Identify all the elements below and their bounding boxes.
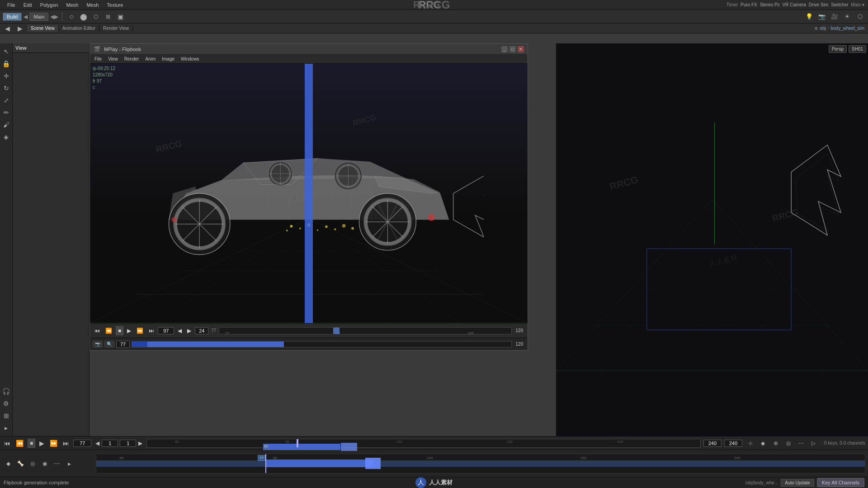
fb-goto-start-btn[interactable]: ⏮ — [93, 327, 102, 335]
bt-circle-icon[interactable]: ◎ — [27, 458, 38, 469]
settings-icon[interactable]: ⚙ — [1, 398, 12, 409]
lock-icon[interactable]: 🔒 — [1, 58, 12, 69]
bt-bone-icon[interactable]: 🦴 — [15, 458, 26, 469]
fb-playhead[interactable] — [333, 328, 340, 334]
fb-goto-end-btn[interactable]: ⏭ — [147, 327, 156, 335]
tl-next-key-btn[interactable]: ⏩ — [48, 439, 59, 448]
anim-editor-tab[interactable]: Animation Editor — [59, 25, 99, 32]
more-icon[interactable]: ▸ — [1, 422, 12, 433]
tl-step-input[interactable]: 1 — [120, 440, 136, 447]
torus-tool[interactable]: ⬡ — [90, 11, 101, 22]
scene-view-tab[interactable]: Scene View — [27, 25, 59, 32]
tl-stop-btn[interactable]: ■ — [28, 439, 35, 448]
tube-tool[interactable]: ⬤ — [78, 11, 89, 22]
tl-end-frame-input[interactable]: 240 — [703, 440, 722, 447]
fb-zoom-btn[interactable]: 🔍 — [104, 341, 114, 347]
grid-tool[interactable]: ⊞ — [103, 11, 113, 22]
tl-settings-icon2[interactable]: ▷ — [808, 438, 819, 449]
sphere-tool[interactable]: ○ — [66, 11, 77, 22]
breadcrumb-obj[interactable]: obj — [820, 26, 826, 31]
headphones-icon[interactable]: 🎧 — [1, 386, 12, 397]
fb-menu-render[interactable]: Render — [122, 56, 142, 62]
select-icon[interactable]: ↖ — [1, 46, 12, 57]
vr-camera-label[interactable]: VR Camera — [783, 2, 806, 7]
main-timeline-bar[interactable]: 48 96 144 192 240 77 — [146, 439, 701, 448]
tl-current-frame-box[interactable]: 77 — [258, 455, 265, 461]
close-btn[interactable]: ✕ — [518, 46, 524, 52]
bt-scope-icon[interactable]: ◉ — [39, 458, 50, 469]
menu-mesh[interactable]: Mesh — [62, 1, 82, 9]
tl-scope-icon[interactable]: ◎ — [783, 438, 794, 449]
menu-edit[interactable]: Edit — [20, 1, 36, 9]
tl-handle-icon[interactable]: ⊕ — [770, 438, 781, 449]
shading-dropdown[interactable]: SH01 — [849, 45, 866, 53]
fb-prev-frame-btn[interactable]: ◀ — [176, 327, 184, 335]
icon-stereo[interactable]: 📷 — [816, 11, 827, 22]
tl-frame-block[interactable]: 77 — [263, 444, 269, 450]
main-tab[interactable]: Main — [29, 13, 48, 21]
maximize-btn[interactable]: □ — [509, 46, 516, 52]
key-all-channels-btn[interactable]: Key All Channels — [817, 478, 864, 487]
tl-goto-end-btn[interactable]: ⏭ — [61, 439, 71, 448]
tl-total-frames-input[interactable]: 240 — [724, 440, 742, 447]
fb-menu-image[interactable]: Image — [159, 56, 177, 62]
nav-back-icon[interactable]: ◀ — [2, 23, 13, 34]
breadcrumb-node[interactable]: body_wheel_sim — [831, 26, 865, 31]
tl-fps-input[interactable]: 1 — [102, 440, 118, 447]
render-tool[interactable]: ▣ — [115, 11, 126, 22]
fb-menu-windows[interactable]: Windows — [178, 56, 202, 62]
render-view-tab[interactable]: Render View — [99, 25, 133, 32]
drive-sim-label[interactable]: Drive Sim — [809, 2, 828, 7]
fb-menu-anim[interactable]: Anim — [142, 56, 158, 62]
tl-range-block[interactable] — [269, 444, 340, 450]
tl-extra-icon[interactable]: ⋯ — [796, 438, 807, 449]
tl-key-icon[interactable]: ◆ — [758, 438, 769, 449]
tl-step-forward-btn[interactable]: ▶ — [137, 439, 144, 447]
fb-stop-btn[interactable]: ■ — [116, 326, 123, 335]
fb-range-start[interactable]: 77 — [116, 341, 130, 348]
tl-range-start-btn[interactable]: ◀ — [94, 439, 101, 447]
menu-file[interactable]: File — [4, 1, 19, 9]
timeline-track[interactable]: 48 96 144 192 240 77 — [96, 454, 865, 474]
bt-extra-icon[interactable]: ⋯ — [52, 458, 62, 469]
build-tab[interactable]: Build — [3, 13, 22, 21]
icon-ambient[interactable]: ☀ — [842, 11, 853, 22]
fb-menu-file[interactable]: File — [92, 56, 104, 62]
tl-main-playhead[interactable] — [265, 454, 266, 473]
fb-step-fwd-btn[interactable]: ⏩ — [135, 327, 145, 335]
stereo-pz-label[interactable]: Stereo Pz — [760, 2, 780, 7]
node-tree-area[interactable] — [13, 53, 89, 436]
rotate-icon[interactable]: ↻ — [1, 83, 12, 94]
nav-fwd-icon[interactable]: ▶ — [14, 23, 25, 34]
switcher-label[interactable]: Switcher — [831, 2, 848, 7]
main-dropdown[interactable]: Main ▾ — [851, 2, 864, 7]
bt-settings-icon[interactable]: ▸ — [64, 458, 75, 469]
grid-view-icon[interactable]: ⊞ — [1, 410, 12, 421]
auto-update-btn[interactable]: Auto Update — [781, 479, 814, 487]
fb-next-frame-btn[interactable]: ▶ — [185, 327, 193, 335]
scale-icon[interactable]: ⤢ — [1, 95, 12, 106]
tl-prev-key-btn[interactable]: ⏪ — [14, 439, 25, 448]
edit-icon[interactable]: ✏ — [1, 107, 12, 118]
tl-goto-start-btn[interactable]: ⏮ — [3, 439, 12, 448]
breadcrumb-icon[interactable]: ⊕ — [814, 26, 818, 31]
move-icon[interactable]: ✛ — [1, 70, 12, 81]
tl-playhead-line[interactable] — [297, 439, 298, 447]
menu-polygon[interactable]: Polygon — [37, 1, 62, 9]
fb-menu-view[interactable]: View — [105, 56, 121, 62]
icon-vr[interactable]: 🎥 — [829, 11, 840, 22]
bt-key-icon[interactable]: ◆ — [3, 458, 14, 469]
icon-light[interactable]: 💡 — [804, 11, 815, 22]
fb-play-btn[interactable]: ▶ — [125, 327, 133, 335]
fb-current-frame-input[interactable]: 97 — [158, 327, 174, 334]
tl-snap-icon[interactable]: ⊹ — [745, 438, 756, 449]
minimize-btn[interactable]: _ — [501, 46, 508, 52]
fb-range-bar[interactable] — [132, 341, 512, 347]
node-icon[interactable]: ◈ — [1, 131, 12, 142]
fb-cam-btn[interactable]: 📷 — [93, 341, 103, 347]
menu-deform[interactable]: Mesh — [83, 1, 102, 9]
puro-fx-label[interactable]: Puro FX — [741, 2, 757, 7]
icon-geo[interactable]: ⬡ — [854, 11, 865, 22]
tl-play-btn[interactable]: ▶ — [38, 439, 46, 448]
menu-texture[interactable]: Texture — [103, 1, 127, 9]
